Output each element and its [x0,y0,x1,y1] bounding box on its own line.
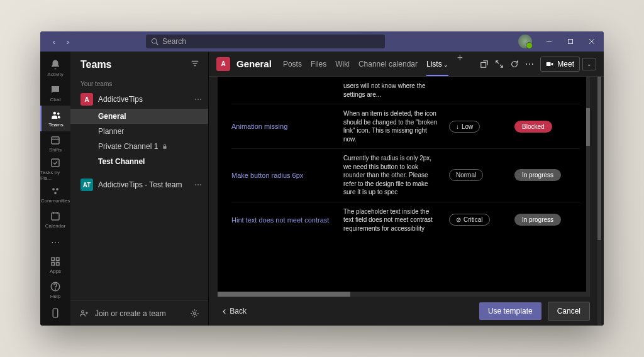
teams-sidebar: Teams Your teams A AddictiveTips ⋯ Gener… [70,52,209,326]
window-maximize[interactable] [561,33,580,50]
app-rail: Activity Chat Teams Shifts Tasks by Pla.… [40,52,70,326]
rail-activity[interactable]: Activity [40,55,70,80]
rail-calendar[interactable]: Calendar [40,207,70,232]
issue-description: The placeholder text inside the text fie… [343,207,438,233]
search-placeholder: Search [162,37,186,46]
team-avatar: A [80,93,93,106]
issue-title-link[interactable]: Make button radius 6px [231,172,332,179]
rail-communities[interactable]: Communities [40,182,70,207]
outer-vertical-scrollbar[interactable] [597,77,601,326]
more-icon[interactable]: ⋯ [525,59,534,69]
list-view: users will not know where the settings a… [218,77,586,297]
filter-icon[interactable] [191,59,199,70]
svg-rect-14 [52,213,59,220]
issue-title-link[interactable]: Hint text does not meet contrast [231,216,332,224]
svg-point-13 [54,192,57,194]
search-icon [151,38,158,45]
tab-channel-calendar[interactable]: Channel calendar [358,52,418,76]
channel-private-1[interactable]: Private Channel 1 [70,139,208,154]
rail-mobile[interactable] [40,303,70,323]
priority-badge: Low [449,121,480,133]
join-team-button[interactable]: Join or create a team [95,309,184,318]
status-badge: Blocked [514,121,552,133]
status-badge: In progress [514,214,561,226]
nav-forward[interactable]: › [62,35,74,48]
channel-general[interactable]: General [70,109,208,124]
calendar-icon [50,211,61,222]
svg-rect-20 [57,263,60,266]
svg-rect-23 [53,309,58,317]
rail-help[interactable]: Help [40,278,70,303]
channel-title: General [236,58,272,69]
tab-posts[interactable]: Posts [283,52,302,76]
svg-point-12 [56,188,58,190]
tab-files[interactable]: Files [311,52,326,76]
titlebar: ‹ › Search [40,31,604,52]
content-area: A General Posts Files Wiki Channel calen… [209,52,604,326]
svg-point-6 [53,112,57,115]
pop-out-icon[interactable] [480,60,489,69]
rail-more[interactable]: ⋯ [51,233,60,253]
issue-description: When an item is deleted, the icon should… [343,109,438,143]
tab-lists[interactable]: Lists⌄ [426,52,448,76]
teams-icon [50,109,62,121]
team-addictivetips-test[interactable]: AT AddictiveTips - Test team ⋯ [70,175,208,194]
rail-teams[interactable]: Teams [40,106,70,131]
svg-rect-3 [569,40,573,44]
list-row[interactable]: Hint text does not meet contrast The pla… [231,202,580,238]
rail-apps[interactable]: Apps [40,253,70,278]
svg-point-0 [152,39,157,44]
svg-point-22 [55,289,56,290]
team-more-icon[interactable]: ⋯ [194,180,202,189]
svg-point-30 [194,312,196,315]
tab-wiki[interactable]: Wiki [335,52,350,76]
app-window: ‹ › Search Activity Chat [40,31,604,326]
tasks-icon [50,157,61,168]
rail-chat[interactable]: Chat [40,80,70,106]
video-icon [546,60,553,68]
your-teams-label: Your teams [70,77,208,90]
svg-point-7 [57,113,60,115]
window-minimize[interactable] [540,33,558,50]
svg-rect-8 [52,137,59,144]
nav-back[interactable]: ‹ [48,35,60,48]
search-input[interactable]: Search [146,35,385,48]
settings-icon[interactable] [190,309,199,318]
rail-tasks[interactable]: Tasks by Pla... [40,157,70,182]
svg-point-27 [82,310,84,313]
channel-header: A General Posts Files Wiki Channel calen… [209,52,604,77]
rail-shifts[interactable]: Shifts [40,131,70,157]
use-template-button[interactable]: Use template [479,302,541,320]
window-close[interactable] [582,33,601,50]
inner-vertical-scrollbar[interactable] [586,77,590,297]
add-tab-button[interactable]: + [457,52,463,76]
issue-title-link[interactable]: Animation missing [231,123,332,130]
mobile-icon [50,307,61,319]
team-more-icon[interactable]: ⋯ [194,95,202,104]
team-addictivetips[interactable]: A AddictiveTips ⋯ [70,90,208,109]
channel-test[interactable]: Test Channel [70,154,208,169]
refresh-icon[interactable] [510,60,519,69]
communities-icon [50,185,61,197]
expand-icon[interactable] [495,60,504,69]
shifts-icon [50,135,61,146]
issue-description: Currently the radius is only 2px, we nee… [343,154,438,197]
cancel-button[interactable]: Cancel [548,302,590,321]
join-team-icon [79,309,89,318]
meet-dropdown[interactable]: ⌄ [582,58,596,70]
status-badge: In progress [514,169,561,181]
meet-button[interactable]: Meet [540,57,580,72]
horizontal-scrollbar[interactable] [218,292,586,297]
svg-rect-10 [52,159,59,167]
team-avatar: AT [80,178,93,191]
svg-rect-18 [57,258,60,261]
list-row[interactable]: Animation missing When an item is delete… [231,104,580,149]
back-button[interactable]: Back [223,305,247,317]
chevron-down-icon: ⌄ [443,62,448,68]
list-row[interactable]: Make button radius 6px Currently the rad… [231,149,580,202]
svg-rect-17 [52,258,55,261]
svg-rect-31 [481,62,486,67]
user-avatar[interactable] [518,35,532,48]
priority-badge: Normal [449,169,483,181]
channel-planner[interactable]: Planner [70,124,208,139]
